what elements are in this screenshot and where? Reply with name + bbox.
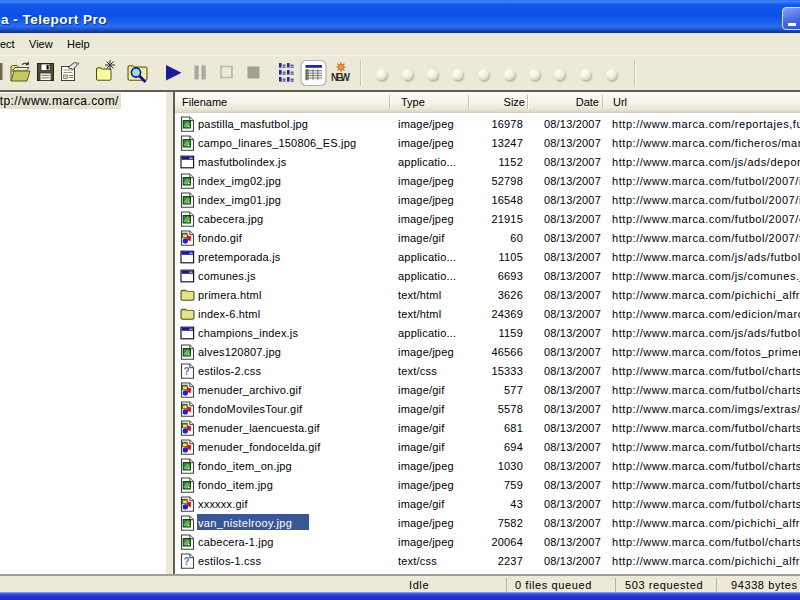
svg-text:NEW: NEW — [331, 72, 351, 83]
